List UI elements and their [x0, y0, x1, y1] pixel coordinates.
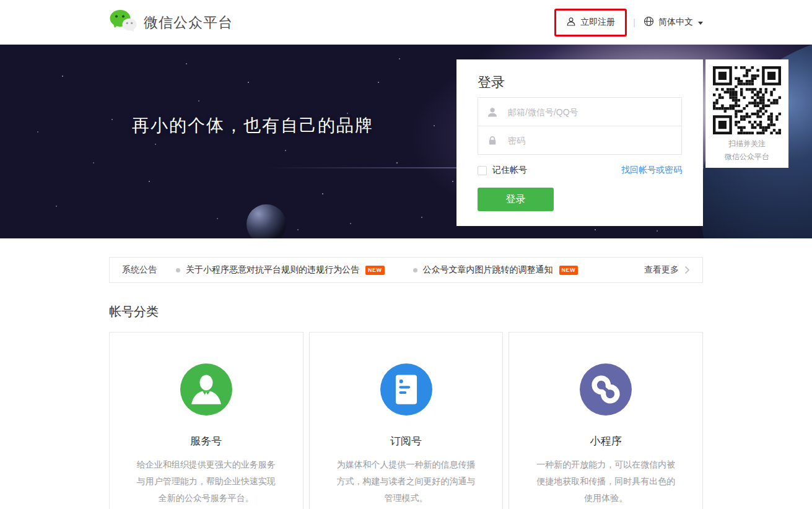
system-notice-bar: 系统公告 关于小程序恶意对抗平台规则的违规行为公告 NEW 公众号文章内图片跳转…: [109, 257, 703, 283]
page-title: 微信公众平台: [144, 13, 233, 32]
wechat-logo[interactable]: 微信公众平台: [109, 9, 233, 35]
register-label: 立即注册: [580, 17, 615, 28]
register-button[interactable]: 立即注册: [554, 9, 627, 37]
globe-icon: [644, 16, 654, 28]
view-more-link[interactable]: 查看更多: [644, 264, 690, 276]
login-button[interactable]: 登录: [478, 188, 554, 211]
service-account-icon: [180, 363, 232, 415]
forgot-password-link[interactable]: 找回帐号或密码: [621, 165, 682, 176]
card-title: 小程序: [509, 434, 702, 448]
bullet-icon: [176, 268, 180, 272]
language-label: 简体中文: [658, 17, 693, 28]
hero-slogan: 再小的个体，也有自己的品牌: [132, 114, 373, 137]
notice-link-1[interactable]: 关于小程序恶意对抗平台规则的违规行为公告 NEW: [176, 264, 385, 276]
remember-checkbox[interactable]: [478, 166, 487, 175]
notice-link-2[interactable]: 公众号文章内图片跳转的调整通知 NEW: [413, 264, 578, 276]
chevron-right-icon: [684, 266, 690, 274]
remember-account[interactable]: 记住帐号: [478, 165, 527, 176]
password-input[interactable]: [508, 136, 673, 146]
card-subscription-account[interactable]: 订阅号 为媒体和个人提供一种新的信息传播方式，构建与读者之间更好的沟通与管理模式…: [309, 332, 504, 509]
account-input[interactable]: [508, 107, 673, 117]
bullet-icon: [413, 268, 417, 272]
login-title: 登录: [478, 73, 682, 92]
qr-caption-line2: 微信公众平台: [705, 150, 788, 163]
account-field-wrap: [478, 97, 682, 126]
person-outline-icon: [566, 17, 576, 28]
person-filled-icon: [487, 107, 498, 118]
card-description: 为媒体和个人提供一种新的信息传播方式，构建与读者之间更好的沟通与管理模式。: [333, 456, 479, 507]
card-title: 服务号: [110, 434, 303, 448]
notice-label: 系统公告: [122, 264, 157, 276]
subscription-account-icon: [380, 363, 432, 415]
miniprogram-icon: [580, 363, 632, 415]
qr-code-image: [713, 66, 781, 134]
card-miniprogram[interactable]: 小程序 一种新的开放能力，可以在微信内被便捷地获取和传播，同时具有出色的使用体验…: [509, 332, 703, 509]
caret-down-icon: [698, 22, 703, 25]
small-planet-decor: [247, 204, 286, 238]
card-description: 一种新的开放能力，可以在微信内被便捷地获取和传播，同时具有出色的使用体验。: [533, 456, 679, 507]
password-field-wrap: [478, 126, 682, 155]
new-badge: NEW: [559, 266, 578, 275]
card-title: 订阅号: [310, 434, 503, 448]
language-selector[interactable]: 简体中文: [644, 16, 703, 28]
categories-title: 帐号分类: [109, 303, 703, 320]
new-badge: NEW: [365, 266, 385, 275]
card-service-account[interactable]: 服务号 给企业和组织提供更强大的业务服务与用户管理能力，帮助企业快速实现全新的公…: [109, 332, 303, 509]
card-description: 给企业和组织提供更强大的业务服务与用户管理能力，帮助企业快速实现全新的公众号服务…: [133, 456, 279, 507]
lock-icon: [487, 135, 498, 146]
wechat-bubbles-icon: [109, 9, 138, 35]
category-cards: 服务号 给企业和组织提供更强大的业务服务与用户管理能力，帮助企业快速实现全新的公…: [109, 332, 703, 509]
qr-panel: 扫描并关注 微信公众平台: [705, 59, 788, 168]
stars-decor: [0, 45, 1, 46]
qr-caption-line1: 扫描并关注: [705, 137, 788, 150]
remember-label: 记住帐号: [492, 165, 527, 176]
hero-banner: 再小的个体，也有自己的品牌 登录 记: [0, 45, 812, 238]
header-divider: |: [633, 17, 635, 27]
header: 微信公众平台 立即注册 |: [0, 0, 812, 45]
login-panel: 登录 记住帐号 找回帐号或密码: [456, 59, 703, 226]
